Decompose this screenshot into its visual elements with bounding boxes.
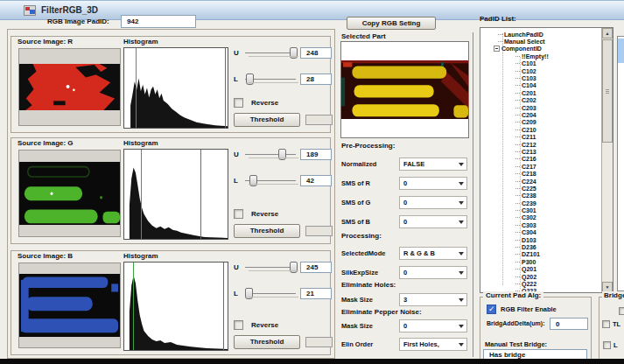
chevron-down-icon [459,201,464,205]
upper-slider-thumb[interactable] [290,47,298,59]
tree-item-c238[interactable]: C238 [480,192,600,200]
tree-item-manual-select[interactable]: Manual Select [480,38,600,45]
normalized-row: Normalized FALSE [341,158,469,172]
pad-id-list-title: PadID List: [480,15,516,23]
mask-size-pepper-dropdown[interactable]: 0 [399,319,467,332]
tree-item-label: C304 [522,229,536,235]
lower-slider-thumb[interactable] [245,288,253,299]
tree-item-c213[interactable]: C213 [480,148,600,155]
upper-value-input[interactable] [300,47,332,59]
threshold-button[interactable]: Threshold [234,335,300,349]
l-checkbox[interactable] [603,341,611,349]
upper-value-input[interactable] [300,262,332,273]
bridge-delta-label: BridgAddDelta(um): [487,320,545,326]
tree-item-c303[interactable]: C303 [480,221,600,228]
lower-value-input[interactable] [300,74,332,85]
silk-exp-size-value: 0 [403,269,407,276]
reverse-checkbox[interactable] [234,98,243,108]
threshold-button[interactable]: Threshold [234,224,300,238]
silk-exp-size-dropdown[interactable]: 0 [399,266,467,279]
tree-item-c104[interactable]: C104 [480,82,600,89]
tree-item-empty[interactable]: !!Empty!! [480,52,600,60]
lower-slider[interactable] [245,288,296,300]
checkbox[interactable] [619,307,624,315]
rgb-filter-enable-checkbox[interactable] [487,304,496,314]
reverse-checkbox[interactable] [234,320,243,330]
tree-item-label: C218 [522,171,536,177]
tree-item-label: C301 [522,207,536,214]
lower-slider-thumb[interactable] [246,74,254,85]
tree-item-q222[interactable]: Q222 [480,280,600,287]
tree-item-d236[interactable]: D236 [480,243,600,250]
upper-slider-thumb[interactable] [278,149,286,160]
bridge-checkbox-clipped[interactable] [619,307,624,315]
pad-id-input[interactable] [121,15,196,28]
reverse-label: Reverse [251,210,278,218]
tree-item-c201[interactable]: C201 [480,89,600,96]
channel-controls: U L Reverse Threshold [232,251,330,354]
tree-item-c103[interactable]: C103 [480,74,600,81]
upper-slider-thumb[interactable] [290,262,298,273]
sms-b-dropdown[interactable]: 0 [399,215,467,228]
tree-item-c203[interactable]: C203 [480,104,600,111]
lower-slider[interactable] [245,74,296,86]
tree-item-c209[interactable]: C209 [480,119,600,126]
elin-order-dropdown[interactable]: First Holes, [399,338,467,351]
tree-item-c217[interactable]: C217 [480,163,600,170]
mask-size-holes-dropdown[interactable]: 3 [399,293,467,306]
tl-checkbox[interactable] [602,320,610,328]
tree-item-c212[interactable]: C212 [480,141,600,148]
threshold-button[interactable]: Threshold [234,113,300,127]
bridge-delta-input[interactable] [550,318,588,330]
tree-connector [515,144,520,145]
tree-item-c210[interactable]: C210 [480,126,600,133]
tree-item-c239[interactable]: C239 [480,200,600,206]
tree-item-c211[interactable]: C211 [480,133,600,140]
tree-item-c218[interactable]: C218 [480,170,600,177]
lower-slider-label: L [234,75,245,83]
selected-mode-dropdown[interactable]: R & G & B [399,247,467,260]
upper-slider[interactable] [245,262,296,274]
copy-rgb-setting-button[interactable]: Copy RGB Seting [347,17,436,30]
sms-r-dropdown[interactable]: 0 [399,177,467,190]
tree-item-dz101[interactable]: DZ101 [480,251,600,258]
upper-slider[interactable] [245,47,296,60]
tree-item-q202[interactable]: Q202 [480,273,600,280]
lower-slider[interactable] [245,175,296,187]
tree-item-c302[interactable]: C302 [480,214,600,221]
tl-label: TL [613,320,620,328]
tree-item-d103[interactable]: D103 [480,236,600,243]
tree-item-c301[interactable]: C301 [480,206,600,214]
lower-value-input[interactable] [300,288,332,299]
tree-item-c202[interactable]: C202 [480,97,600,104]
scroll-up-icon[interactable]: ▲ [602,28,613,38]
tree-item-launchpadid[interactable]: LaunchPadID [480,31,600,38]
lower-slider-thumb[interactable] [249,175,257,186]
upper-slider[interactable] [245,149,296,161]
rgb-filter-enable-label: RGB Filter Enable [501,305,557,313]
tree-item-componentid[interactable]: ComponentID [480,46,600,52]
tree-item-c304[interactable]: C304 [480,229,600,236]
tree-scrollbar[interactable]: ▲ ▼ [601,28,613,292]
reverse-checkbox[interactable] [234,209,243,219]
sms-g-dropdown[interactable]: 0 [399,196,467,209]
normalized-dropdown[interactable]: FALSE [399,158,467,171]
tree-item-p300[interactable]: P300 [480,258,600,265]
tree-item-label: DZ101 [522,251,540,257]
tree-item-c224[interactable]: C224 [480,178,600,185]
tree-connector [515,181,520,182]
tree-connector [515,210,520,211]
tree-item-label: C209 [522,119,536,125]
tree-item-c225[interactable]: C225 [480,185,600,192]
channel-title: Source Image: B [18,252,73,260]
lower-slider-label: L [234,290,245,298]
tree-item-c102[interactable]: C102 [480,67,600,74]
upper-value-input[interactable] [300,149,332,160]
lower-value-input[interactable] [300,175,332,186]
tree-item-c101[interactable]: C101 [480,60,600,67]
scrollbar-thumb[interactable] [602,39,613,143]
tree-item-c204[interactable]: C204 [480,111,600,118]
tree-item-c216[interactable]: C216 [480,156,600,163]
collapse-expander-icon[interactable] [494,46,500,52]
tree-item-q201[interactable]: Q201 [480,266,600,273]
